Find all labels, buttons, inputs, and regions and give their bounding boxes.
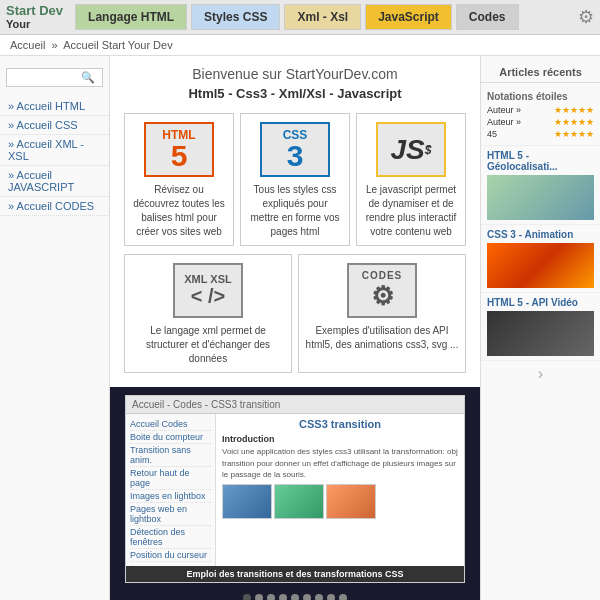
- breadcrumb-current: Accueil Start Your Dev: [63, 39, 172, 51]
- cards-grid-top: HTML 5 Révisez ou découvrez toutes les b…: [124, 113, 466, 246]
- css3-desc: Tous les styles css expliqués pour mettr…: [247, 183, 343, 239]
- ratings-section: Notations étoiles Auteur » ★★★★★ Auteur …: [481, 87, 600, 146]
- preview-footer: Emploi des transitions et des transforma…: [126, 566, 464, 582]
- nav-tab-xml[interactable]: Xml - Xsl: [284, 4, 361, 30]
- xml-desc: Le langage xml permet de structurer et d…: [131, 324, 285, 366]
- dot-1[interactable]: [255, 594, 263, 600]
- breadcrumb-home[interactable]: Accueil: [10, 39, 45, 51]
- js-desc: Le javascript permet de dynamiser et de …: [363, 183, 459, 239]
- article-title-1: HTML 5 - Géolocalisati...: [487, 150, 594, 172]
- search-box[interactable]: 🔍: [6, 68, 103, 87]
- search-input[interactable]: [11, 72, 81, 84]
- dot-3[interactable]: [279, 594, 287, 600]
- preview-intro-label: Introduction: [222, 434, 458, 444]
- rating-row-1: Auteur » ★★★★★: [487, 105, 594, 115]
- preview-img-1: [222, 484, 272, 519]
- settings-icon: ⚙: [578, 6, 594, 28]
- preview-sidebar: Accueil Codes Boite du compteur Transiti…: [126, 414, 216, 566]
- nav-tab-css[interactable]: Styles CSS: [191, 4, 280, 30]
- subtitle: Html5 - Css3 - Xml/Xsl - Javascript: [124, 86, 466, 101]
- preview-sidebar-item: Accueil Codes: [130, 418, 211, 431]
- dot-8[interactable]: [339, 594, 347, 600]
- preview-article-title: CSS3 transition: [222, 418, 458, 430]
- html5-logo: HTML 5: [144, 122, 214, 177]
- article-card-1[interactable]: HTML 5 - Géolocalisati...: [481, 146, 600, 225]
- dot-7[interactable]: [327, 594, 335, 600]
- preview-inner: Accueil - Codes - CSS3 transition Accuei…: [125, 395, 465, 583]
- preview-sidebar-item: Boite du compteur: [130, 431, 211, 444]
- card-html5[interactable]: HTML 5 Révisez ou découvrez toutes les b…: [124, 113, 234, 246]
- article-card-2[interactable]: CSS 3 - Animation: [481, 225, 600, 293]
- rating-label-1: Auteur »: [487, 105, 521, 115]
- preview-img-3: [326, 484, 376, 519]
- preview-body: Accueil Codes Boite du compteur Transiti…: [126, 414, 464, 566]
- nav-tab-codes[interactable]: Codes: [456, 4, 519, 30]
- rating-stars-3: ★★★★★: [554, 129, 594, 139]
- card-codes[interactable]: CODES ⚙ Exemples d'utilisation des API h…: [298, 254, 466, 373]
- arrow-right-icon[interactable]: ›: [481, 361, 600, 387]
- xml-logo: XML XSL < />: [173, 263, 243, 318]
- sidebar-link-javascript[interactable]: » Accueil JAVASCRIPT: [0, 166, 109, 197]
- sidebar-link-codes[interactable]: » Accueil CODES: [0, 197, 109, 216]
- preview-section: Accueil - Codes - CSS3 transition Accuei…: [110, 387, 480, 600]
- codes-logo: CODES ⚙: [347, 263, 417, 318]
- article-card-3[interactable]: HTML 5 - API Vidéo: [481, 293, 600, 361]
- article-image-3: [487, 311, 594, 356]
- nav-tab-html[interactable]: Langage HTML: [75, 4, 187, 30]
- codes-desc: Exemples d'utilisation des API html5, de…: [305, 324, 459, 352]
- main-layout: 🔍 » Accueil HTML » Accueil CSS » Accueil…: [0, 56, 600, 600]
- preview-sidebar-item: Retour haut de page: [130, 467, 211, 490]
- sidebar-link-html[interactable]: » Accueil HTML: [0, 97, 109, 116]
- right-sidebar: Articles récents Notations étoiles Auteu…: [480, 56, 600, 600]
- dot-4[interactable]: [291, 594, 299, 600]
- preview-sidebar-item: Pages web en lightbox: [130, 503, 211, 526]
- nav-tab-js[interactable]: JavaScript: [365, 4, 452, 30]
- cards-grid-bottom: XML XSL < /> Le langage xml permet de st…: [124, 254, 466, 373]
- card-js[interactable]: JS$ Le javascript permet de dynamiser et…: [356, 113, 466, 246]
- ratings-title: Notations étoiles: [487, 91, 594, 102]
- dot-0[interactable]: [243, 594, 251, 600]
- dots-navigation: [118, 583, 472, 600]
- rating-num-1: 45: [487, 129, 497, 139]
- preview-sidebar-item: Détection des fenêtres: [130, 526, 211, 549]
- right-sidebar-title: Articles récents: [481, 62, 600, 83]
- preview-sidebar-item: Transition sans anim.: [130, 444, 211, 467]
- preview-main-content: CSS3 transition Introduction Voici une a…: [216, 414, 464, 566]
- preview-img-2: [274, 484, 324, 519]
- article-image-1: [487, 175, 594, 220]
- preview-images: [222, 484, 458, 519]
- rating-label-2: Auteur »: [487, 117, 521, 127]
- html5-desc: Révisez ou découvrez toutes les balises …: [131, 183, 227, 239]
- breadcrumb: Accueil » Accueil Start Your Dev: [0, 35, 600, 56]
- css3-logo: CSS 3: [260, 122, 330, 177]
- sidebar-link-xml[interactable]: » Accueil XML - XSL: [0, 135, 109, 166]
- content-area: Bienvenue sur StartYourDev.com Html5 - C…: [110, 56, 480, 600]
- dot-5[interactable]: [303, 594, 311, 600]
- card-css3[interactable]: CSS 3 Tous les styles css expliqués pour…: [240, 113, 350, 246]
- preview-sidebar-item: Images en lightbox: [130, 490, 211, 503]
- preview-breadcrumb: Accueil - Codes - CSS3 transition: [126, 396, 464, 414]
- card-xml[interactable]: XML XSL < /> Le langage xml permet de st…: [124, 254, 292, 373]
- welcome-title: Bienvenue sur StartYourDev.com: [124, 66, 466, 82]
- sidebar: 🔍 » Accueil HTML » Accueil CSS » Accueil…: [0, 56, 110, 600]
- dot-2[interactable]: [267, 594, 275, 600]
- article-title-2: CSS 3 - Animation: [487, 229, 594, 240]
- logo-line2: Your: [6, 18, 63, 30]
- sidebar-link-css[interactable]: » Accueil CSS: [0, 116, 109, 135]
- preview-intro-text: Voici une application des styles css3 ut…: [222, 446, 458, 480]
- search-icon[interactable]: 🔍: [81, 71, 95, 84]
- logo-line1: Start Dev: [6, 4, 63, 18]
- dot-6[interactable]: [315, 594, 323, 600]
- rating-stars-2: ★★★★★: [554, 117, 594, 127]
- js-logo: JS$: [376, 122, 446, 177]
- preview-sidebar-item: Position du curseur: [130, 549, 211, 562]
- article-title-3: HTML 5 - API Vidéo: [487, 297, 594, 308]
- top-navigation: Start Dev Your Langage HTML Styles CSS X…: [0, 0, 600, 35]
- rating-stars-1: ★★★★★: [554, 105, 594, 115]
- site-logo: Start Dev Your: [6, 4, 63, 30]
- content-inner: Bienvenue sur StartYourDev.com Html5 - C…: [110, 56, 480, 383]
- rating-row-3: 45 ★★★★★: [487, 129, 594, 139]
- article-image-2: [487, 243, 594, 288]
- rating-row-2: Auteur » ★★★★★: [487, 117, 594, 127]
